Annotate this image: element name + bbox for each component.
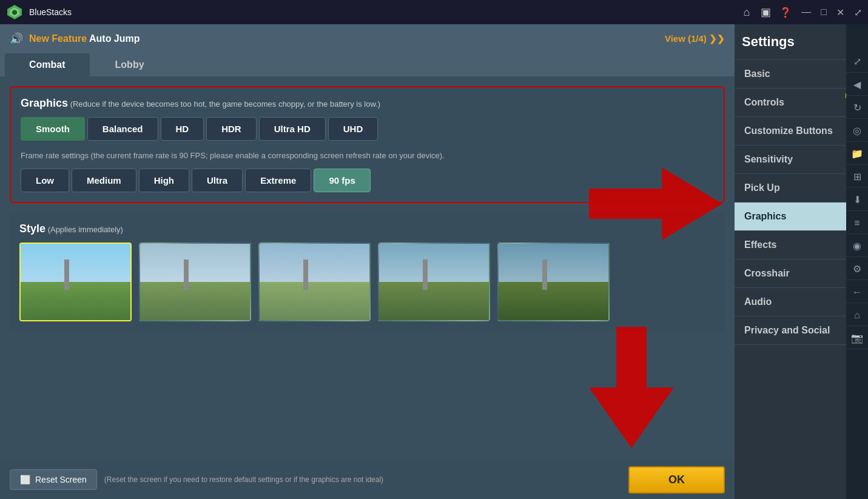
bluestacks-logo: [6, 4, 23, 21]
sidebar-item-graphics-label: Graphics: [744, 211, 786, 222]
home-icon[interactable]: ⌂: [741, 4, 752, 21]
content-wrapper: Graphics (Reduce if the device becomes t…: [0, 76, 735, 499]
window-controls: ❓ — □ ✕ ⤢: [779, 7, 862, 18]
fps-description: Frame rate settings (the current frame r…: [21, 150, 714, 161]
icon-settings[interactable]: ⚙: [846, 258, 868, 280]
style-subtitle: (Applies immediately): [45, 225, 123, 234]
icon-map[interactable]: ◉: [846, 235, 868, 257]
graphics-section: Graphics (Reduce if the device becomes t…: [10, 86, 725, 203]
icon-grid[interactable]: ⊞: [846, 166, 868, 188]
feature-banner: 🔊 New Feature Auto Jump View (1/4) ❯❯: [0, 24, 735, 53]
sidebar-item-controls-label: Controls: [744, 97, 784, 108]
reset-screen-button[interactable]: ⬜ Reset Screen: [10, 469, 97, 490]
help-icon[interactable]: ❓: [779, 7, 792, 18]
fps-medium[interactable]: Medium: [72, 169, 136, 192]
tab-combat[interactable]: Combat: [5, 53, 90, 76]
icon-expand[interactable]: ⤢: [846, 51, 868, 73]
icon-folder[interactable]: 📁: [846, 143, 868, 165]
fps-buttons: Low Medium High Ultra Extreme 90 fps: [21, 169, 714, 192]
expand-icon[interactable]: ⤢: [854, 7, 862, 18]
bottom-bar: ⬜ Reset Screen (Reset the screen if you …: [0, 460, 735, 499]
settings-title: Settings: [742, 34, 795, 50]
content-area: Graphics (Reduce if the device becomes t…: [0, 76, 735, 460]
fps-high[interactable]: High: [139, 169, 189, 192]
icon-rotate[interactable]: ↻: [846, 97, 868, 119]
quality-smooth[interactable]: Smooth: [21, 117, 85, 141]
quality-hd[interactable]: HD: [161, 117, 204, 141]
fps-90[interactable]: 90 fps: [314, 169, 370, 192]
sidebar-icon-strip: ⤢ ◀ ↻ ◎ 📁 ⊞ ⬇ ≡ ◉ ⚙ ← ⌂ 📷: [846, 24, 868, 499]
style-thumbnails: [19, 243, 715, 321]
sidebar-item-crosshair-label: Crosshair: [744, 268, 790, 279]
feature-banner-left: 🔊 New Feature Auto Jump: [10, 32, 140, 45]
quality-balanced[interactable]: Balanced: [87, 117, 158, 141]
left-panel: 🔊 New Feature Auto Jump View (1/4) ❯❯ Co…: [0, 24, 735, 499]
close-icon[interactable]: ✕: [836, 7, 844, 18]
fps-extreme[interactable]: Extreme: [245, 169, 311, 192]
fps-low[interactable]: Low: [21, 169, 69, 192]
main-container: 🔊 New Feature Auto Jump View (1/4) ❯❯ Co…: [0, 24, 868, 499]
style-title-text: Style: [19, 223, 45, 235]
icon-download[interactable]: ⬇: [846, 189, 868, 211]
new-feature-label: New Feature: [29, 33, 87, 44]
restore-icon[interactable]: □: [821, 7, 827, 18]
quality-uhd[interactable]: UHD: [328, 117, 378, 141]
style-thumb-2[interactable]: [139, 243, 251, 321]
graphics-title-text: Graphics: [21, 97, 68, 109]
style-thumb-1[interactable]: [19, 243, 132, 321]
reset-description: (Reset the screen if you need to restore…: [104, 475, 628, 484]
speaker-icon: 🔊: [10, 32, 23, 45]
graphics-subtitle: (Reduce if the device becomes too hot, t…: [68, 99, 380, 109]
quality-ultra-hd[interactable]: Ultra HD: [259, 117, 326, 141]
sidebar-item-sensitivity-label: Sensitivity: [744, 154, 793, 165]
sidebar-item-audio-label: Audio: [744, 296, 772, 307]
icon-back[interactable]: ◀: [846, 74, 868, 96]
minimize-icon[interactable]: —: [801, 7, 811, 18]
style-thumb-4[interactable]: [378, 243, 490, 321]
sidebar-item-basic-label: Basic: [744, 69, 770, 79]
feature-suffix: Auto Jump: [87, 33, 140, 44]
graphics-title: Graphics (Reduce if the device becomes t…: [21, 97, 714, 110]
title-bar: BlueStacks ⌂ ▣ ❓ — □ ✕ ⤢: [0, 0, 868, 24]
icon-location[interactable]: ◎: [846, 120, 868, 142]
style-thumb-3[interactable]: [258, 243, 371, 321]
fps-ultra[interactable]: Ultra: [192, 169, 243, 192]
icon-home[interactable]: ⌂: [846, 304, 868, 326]
sidebar-item-customize-label: Customize Buttons: [744, 126, 833, 136]
app-name: BlueStacks: [29, 7, 735, 17]
style-title: Style (Applies immediately): [19, 223, 715, 235]
quality-buttons: Smooth Balanced HD HDR Ultra HD UHD: [21, 117, 714, 141]
style-section: Style (Applies immediately): [10, 213, 725, 331]
tab-lobby[interactable]: Lobby: [91, 53, 169, 76]
sidebar-item-pickup-label: Pick Up: [744, 183, 780, 193]
sidebar-item-effects-label: Effects: [744, 239, 776, 250]
ok-button[interactable]: OK: [628, 466, 725, 494]
icon-arrow-left[interactable]: ←: [846, 281, 868, 303]
right-sidebar: Settings ✕ Basic Controls NEW Customize …: [735, 24, 868, 499]
tab-bar: Combat Lobby: [0, 53, 735, 76]
view-button[interactable]: View (1/4) ❯❯: [665, 33, 725, 44]
sidebar-item-privacy-label: Privacy and Social: [744, 325, 830, 336]
icon-layers[interactable]: ≡: [846, 212, 868, 234]
feature-text: New Feature Auto Jump: [29, 33, 140, 44]
reset-icon: ⬜: [20, 475, 30, 484]
quality-hdr[interactable]: HDR: [206, 117, 257, 141]
style-thumb-5[interactable]: [497, 243, 610, 321]
reset-label: Reset Screen: [35, 475, 87, 484]
menu-icon[interactable]: ▣: [758, 3, 773, 21]
icon-camera[interactable]: 📷: [846, 327, 868, 349]
